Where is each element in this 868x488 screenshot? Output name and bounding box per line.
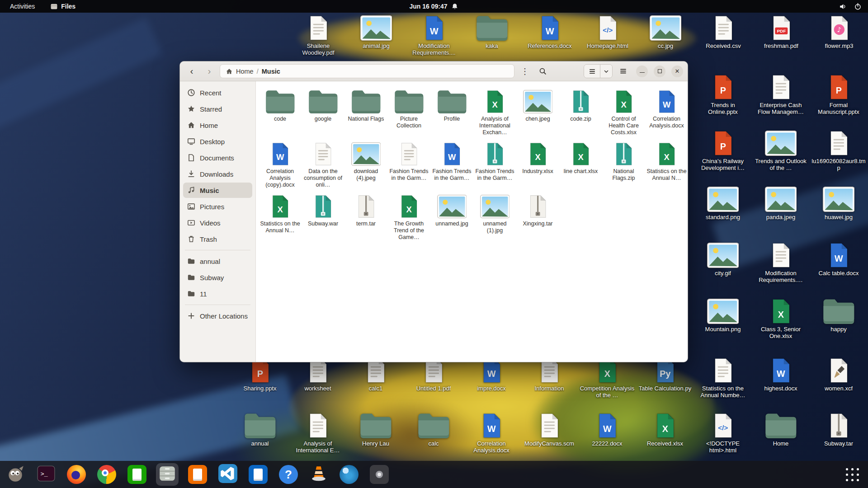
activities-button[interactable]: Activities bbox=[6, 2, 38, 11]
sidebar-item-recent[interactable]: Recent bbox=[183, 85, 252, 100]
sidebar-item-downloads[interactable]: Downloads bbox=[183, 166, 252, 182]
desktop-icon[interactable]: Analysis of International E… bbox=[289, 412, 347, 454]
file-item[interactable]: code bbox=[259, 88, 302, 140]
file-item[interactable]: Fashion Trends in the Garm… bbox=[473, 140, 516, 192]
maximize-button[interactable] bbox=[654, 66, 665, 77]
file-item[interactable]: chen.jpeg bbox=[516, 88, 559, 140]
sidebar-item-documents[interactable]: Documents bbox=[183, 150, 252, 165]
dock-app-chrome[interactable] bbox=[95, 463, 118, 486]
desktop-icon[interactable]: worksheet bbox=[289, 357, 347, 399]
sidebar-item-videos[interactable]: Videos bbox=[183, 215, 252, 230]
file-item[interactable]: W Correlation Analysis (copy).docx bbox=[259, 140, 302, 192]
sidebar-bookmark-folder-sm[interactable]: 11 bbox=[183, 286, 252, 301]
desktop-icon[interactable]: standard.png bbox=[694, 186, 752, 242]
file-item[interactable]: google bbox=[302, 88, 344, 140]
desktop-icon[interactable]: happy bbox=[810, 298, 868, 354]
desktop-icon[interactable]: W References.docx bbox=[521, 14, 579, 56]
file-item[interactable]: X The Growth Trend of the Game… bbox=[387, 192, 430, 245]
sidebar-item-pictures[interactable]: Pictures bbox=[183, 199, 252, 214]
desktop-icon[interactable]: Py Table Calculation.py bbox=[636, 357, 694, 399]
desktop-icon[interactable]: Enterprise Cash Flow Managem… bbox=[752, 74, 810, 130]
desktop-icon[interactable]: W highest.docx bbox=[752, 357, 810, 399]
path-menu-button[interactable]: ⋮ bbox=[518, 64, 532, 79]
desktop-icon[interactable]: Trends and Outlook of the … bbox=[752, 130, 810, 186]
desktop-icon[interactable]: calc1 bbox=[347, 357, 405, 399]
clock-menu[interactable]: Jun 16 09:47 bbox=[409, 3, 458, 10]
file-browser-content[interactable]: code google National Flags Picture Colle… bbox=[256, 81, 688, 362]
desktop-icon[interactable]: Mountain.png bbox=[694, 298, 752, 354]
dock-app-libreoffice-writer[interactable] bbox=[247, 463, 269, 486]
file-item[interactable]: W Fashion Trends in the Garm… bbox=[430, 140, 473, 192]
desktop-icon[interactable]: W Calc table.docx bbox=[810, 242, 868, 298]
file-item[interactable]: Picture Collection bbox=[387, 88, 430, 140]
file-item[interactable]: X Analysis of International Exchan… bbox=[473, 88, 516, 140]
file-item[interactable]: Data on the consumption of onli… bbox=[302, 140, 344, 192]
file-item[interactable]: Subway.war bbox=[302, 192, 344, 245]
file-item[interactable]: unnamed.jpg bbox=[430, 192, 473, 245]
desktop-icon[interactable]: lu169026082aur8.tmp bbox=[810, 130, 868, 186]
sidebar-item-music[interactable]: Music bbox=[183, 183, 252, 198]
dock-app-help[interactable]: ? bbox=[277, 463, 300, 486]
desktop-icon[interactable]: annual bbox=[231, 412, 289, 454]
desktop-icon[interactable]: Received.csv bbox=[694, 14, 752, 56]
file-item[interactable]: National Flags.zip bbox=[602, 140, 645, 192]
path-bar[interactable]: Home / Music bbox=[220, 64, 514, 78]
desktop-icon[interactable]: cc.jpg bbox=[637, 14, 694, 56]
desktop-icon[interactable]: women.xcf bbox=[810, 357, 868, 399]
file-item[interactable]: X line chart.xlsx bbox=[559, 140, 602, 192]
desktop-icon[interactable]: Home bbox=[752, 412, 810, 454]
file-item[interactable]: X Statistics on the Annual N… bbox=[259, 192, 302, 245]
focused-app-menu[interactable]: Files bbox=[50, 3, 75, 10]
desktop-icon[interactable]: panda.jpeg bbox=[752, 186, 810, 242]
desktop-icon[interactable]: animal.jpg bbox=[347, 14, 405, 56]
desktop-icon[interactable]: Statistics on the Annual Numbe… bbox=[694, 357, 752, 399]
file-item[interactable]: National Flags bbox=[344, 88, 387, 140]
desktop-icon[interactable]: ♪ flower.mp3 bbox=[810, 14, 868, 56]
back-button[interactable]: ‹ bbox=[184, 64, 199, 79]
desktop-icon[interactable]: Subway.tar bbox=[810, 412, 868, 454]
sidebar-other-locations[interactable]: Other Locations bbox=[183, 308, 252, 324]
file-item[interactable]: download (4).jpeg bbox=[344, 140, 387, 192]
dock-app-files[interactable] bbox=[156, 463, 179, 486]
forward-button[interactable]: › bbox=[202, 64, 217, 79]
desktop-icon[interactable]: huawei.jpg bbox=[810, 186, 868, 242]
close-button[interactable]: ✕ bbox=[671, 66, 683, 77]
sidebar-bookmark-folder-sm[interactable]: annual bbox=[183, 253, 252, 269]
desktop-icon[interactable]: P Trends in Online.pptx bbox=[694, 74, 752, 130]
dock-app-terminal[interactable]: >_ bbox=[35, 463, 57, 486]
view-options-dropdown[interactable] bbox=[600, 65, 612, 78]
dock-app-gimp[interactable] bbox=[5, 463, 27, 486]
desktop-icon[interactable]: X Received.xlsx bbox=[636, 412, 694, 454]
desktop-icon[interactable]: X Class 3, Senior One.xlsx bbox=[752, 298, 810, 354]
dock-app-vscode[interactable] bbox=[217, 463, 239, 486]
file-item[interactable]: X Statistics on the Annual N… bbox=[645, 140, 688, 192]
desktop-icon[interactable]: W 22222.docx bbox=[578, 412, 636, 454]
desktop-icon[interactable]: city.gif bbox=[694, 242, 752, 298]
dock-app-camera-app[interactable] bbox=[368, 463, 391, 486]
show-applications-button[interactable] bbox=[841, 463, 863, 486]
desktop-icon[interactable]: X Competition Analysis of the … bbox=[578, 357, 636, 399]
dock-app-libreoffice-impress[interactable] bbox=[186, 463, 209, 486]
desktop-icon[interactable]: P Sharing.pptx bbox=[231, 357, 289, 399]
desktop-icon[interactable]: Henry Lau bbox=[347, 412, 405, 454]
list-view-button[interactable] bbox=[584, 65, 600, 78]
file-item[interactable]: term.tar bbox=[344, 192, 387, 245]
desktop-icon[interactable]: Information bbox=[520, 357, 578, 399]
dock-app-libreoffice-calc[interactable] bbox=[126, 463, 148, 486]
file-item[interactable]: Xingxing.tar bbox=[516, 192, 559, 245]
file-item[interactable]: Fashion Trends in the Garm… bbox=[387, 140, 430, 192]
dock-app-firefox[interactable] bbox=[65, 463, 88, 486]
dock-app-blue-app[interactable] bbox=[338, 463, 360, 486]
desktop-icon[interactable]: </> <!DOCTYPE html>.html bbox=[694, 412, 752, 454]
breadcrumb-home[interactable]: Home bbox=[236, 68, 254, 75]
search-button[interactable] bbox=[535, 64, 550, 79]
dock-app-vlc[interactable] bbox=[307, 463, 330, 486]
sidebar-item-home[interactable]: Home bbox=[183, 117, 252, 133]
desktop-icon[interactable]: P China's Railway Development i… bbox=[694, 130, 752, 186]
desktop-icon[interactable]: ModifyCanvas.scm bbox=[520, 412, 578, 454]
sidebar-item-desktop[interactable]: Desktop bbox=[183, 134, 252, 149]
breadcrumb-current[interactable]: Music bbox=[262, 68, 280, 75]
desktop-icon[interactable]: Untitled 1.pdf bbox=[405, 357, 462, 399]
file-item[interactable]: code.zip bbox=[559, 88, 602, 140]
sidebar-item-trash[interactable]: Trash bbox=[183, 231, 252, 247]
